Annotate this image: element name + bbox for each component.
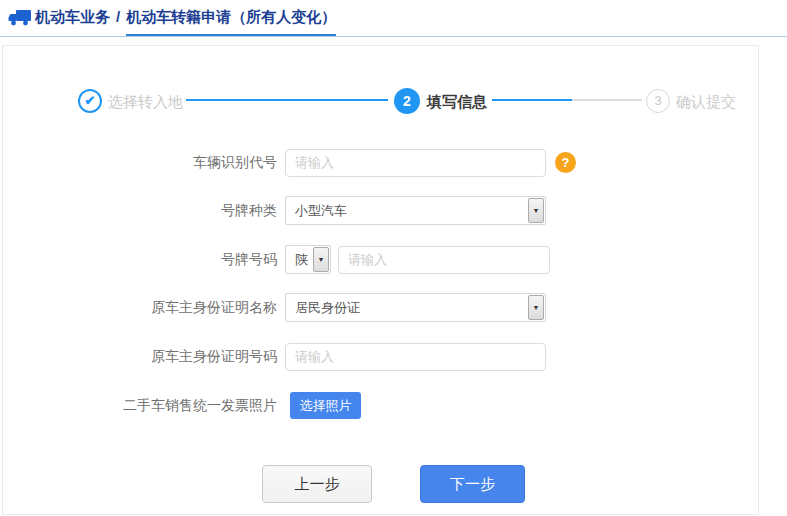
prev-step-button[interactable]: 上一步 (262, 465, 372, 503)
plate-number-label: 号牌号码 (0, 251, 285, 269)
vin-input[interactable] (285, 149, 546, 177)
id-number-label: 原车主身份证明号码 (0, 348, 285, 366)
step-3-label: 确认提交 (676, 93, 736, 112)
help-icon[interactable]: ? (555, 152, 576, 173)
step-1-label: 选择转入地 (108, 93, 183, 112)
breadcrumb: 机动车业务/机动车转籍申请（所有人变化） (35, 8, 336, 37)
province-value: 陕 (286, 251, 312, 269)
form-row-id-number: 原车主身份证明号码 (0, 342, 640, 371)
id-type-value: 居民身份证 (286, 299, 527, 317)
header-divider (0, 36, 787, 37)
step-2-label: 填写信息 (427, 93, 487, 112)
breadcrumb-bar: 机动车业务/机动车转籍申请（所有人变化） (0, 0, 787, 36)
page: 机动车业务/机动车转籍申请（所有人变化） ✔ 选择转入地 2 填写信息 3 确认… (0, 0, 787, 516)
plate-number-input[interactable] (338, 246, 550, 274)
id-type-label: 原车主身份证明名称 (0, 299, 285, 317)
step-connector-2-done (492, 99, 572, 101)
id-number-input[interactable] (285, 343, 546, 371)
breadcrumb-section[interactable]: 机动车业务 (35, 8, 110, 25)
step-3-badge: 3 (646, 89, 670, 113)
choose-photo-button[interactable]: 选择照片 (290, 392, 361, 419)
form-row-vin: 车辆识别代号 ? (0, 148, 640, 177)
breadcrumb-separator: / (116, 8, 120, 25)
step-1-check-icon: ✔ (78, 89, 102, 113)
vin-label: 车辆识别代号 (0, 154, 285, 172)
form-row-invoice-photo: 二手车销售统一发票照片 选择照片 (0, 391, 640, 420)
id-type-select[interactable]: 居民身份证 ▼ (285, 293, 546, 322)
step-2-badge: 2 (394, 88, 420, 114)
chevron-down-icon: ▼ (313, 247, 329, 272)
step-connector-2-pending (572, 99, 642, 101)
step-connector-1 (186, 99, 388, 101)
plate-type-value: 小型汽车 (286, 202, 527, 220)
chevron-down-icon: ▼ (528, 198, 544, 223)
form-row-plate-number: 号牌号码 陕 ▼ (0, 245, 640, 274)
invoice-photo-label: 二手车销售统一发票照片 (0, 397, 285, 415)
chevron-down-icon: ▼ (528, 295, 544, 320)
next-step-button[interactable]: 下一步 (420, 465, 525, 503)
plate-type-label: 号牌种类 (0, 202, 285, 220)
form-row-plate-type: 号牌种类 小型汽车 ▼ (0, 196, 640, 225)
truck-icon (8, 8, 32, 28)
province-select[interactable]: 陕 ▼ (285, 245, 331, 274)
form-row-id-type: 原车主身份证明名称 居民身份证 ▼ (0, 293, 640, 322)
plate-type-select[interactable]: 小型汽车 ▼ (285, 196, 546, 225)
content-card (2, 45, 759, 515)
page-title: 机动车转籍申请（所有人变化） (126, 8, 336, 37)
